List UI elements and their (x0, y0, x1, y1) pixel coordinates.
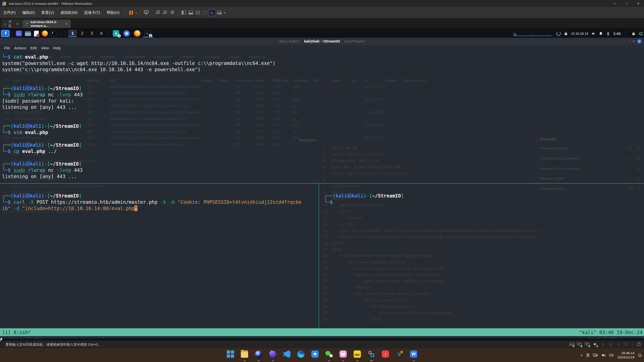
volume-icon[interactable] (591, 31, 596, 36)
tray-hidden-icons-chevron[interactable]: ∧ (581, 353, 583, 357)
tray-ime-indicator[interactable]: 英 (586, 353, 590, 358)
fullscreen-button[interactable] (195, 9, 202, 16)
launcher-terminal[interactable]: >_ (16, 31, 22, 36)
take-snapshot-button[interactable]: + (155, 9, 162, 16)
tab-close-icon[interactable]: ✕ (65, 22, 68, 26)
edge-icon[interactable] (297, 348, 305, 362)
tray-clock[interactable]: 16:46:14 2024/12/19 (617, 351, 634, 359)
unity-button[interactable] (202, 9, 209, 16)
terminal-selector[interactable]: $ (51, 31, 57, 36)
tmux-pane-top[interactable]: └─$ cat eval.phpsystem("powershell.exe -… (0, 51, 644, 183)
term-menu-file[interactable]: File (4, 46, 10, 50)
tray-network-icon[interactable] (593, 353, 598, 357)
workspace-2[interactable]: 2 (78, 30, 86, 37)
windows-start-icon[interactable] (226, 348, 235, 362)
menu-tabs[interactable]: 选项卡(T) (81, 10, 103, 15)
obsidian-icon[interactable] (269, 348, 277, 362)
chat-asterisk-icon[interactable]: ✱ (311, 348, 319, 362)
workspace-4[interactable]: 4 (97, 30, 105, 37)
tmux-vertical-border[interactable] (319, 184, 319, 328)
vm-stats-button[interactable] (216, 9, 223, 16)
menu-vm[interactable]: 虚拟机(M) (57, 10, 81, 15)
hard-disk-icon[interactable] (569, 342, 575, 347)
task-teal-app[interactable]: 2 (113, 30, 119, 37)
message-log-icon[interactable] (636, 342, 641, 347)
minimize-button[interactable]: — (609, 0, 621, 7)
power-icon[interactable] (639, 31, 643, 36)
tray-notifications-icon[interactable] (638, 353, 642, 357)
launcher-file-manager[interactable] (25, 31, 31, 36)
launcher-text-editor[interactable] (34, 31, 39, 36)
stats-dropdown-icon[interactable]: ▾ (224, 11, 225, 14)
manage-snapshots-button[interactable] (169, 9, 176, 16)
task-terminal[interactable]: >_2 (144, 30, 151, 37)
terminal-line: listening on [any] 443 ... (2, 104, 644, 110)
suspend-dropdown-icon[interactable]: ▾ (136, 11, 137, 14)
browser-ring-icon[interactable] (255, 348, 263, 362)
network-adapter-icon[interactable] (577, 342, 582, 347)
usb-device-icon[interactable] (616, 342, 621, 347)
netease-music-icon[interactable]: ♪ (382, 348, 390, 362)
usb-device-icon[interactable] (608, 342, 614, 347)
virtual-console-button[interactable]: >_ (209, 9, 216, 16)
pdf-app-icon[interactable]: PDF (353, 348, 361, 362)
workspace-3[interactable]: 3 (87, 30, 96, 37)
network-adapter-2-icon[interactable] (585, 342, 590, 347)
maximize-button[interactable]: □ (621, 0, 632, 7)
revert-snapshot-button[interactable] (162, 9, 169, 16)
menu-edit[interactable]: 编辑(E) (19, 10, 38, 15)
tab-vm-kali[interactable]: kali-linux-2024.3-vmware-a... ✕ (22, 20, 71, 28)
terminal-line: listening on [any] 443 ... (2, 173, 644, 180)
maximize-button[interactable]: □ (633, 39, 635, 43)
virtual-console-icon: >_ (209, 9, 216, 16)
cpu-graph[interactable] (514, 31, 553, 36)
terminal-titlebar[interactable]: Burp Suite Community Edition - Temporary… (0, 38, 644, 45)
tmux-pane-bottom-right[interactable]: ┌──(kaliⓀkali)-[~/StreamIO]└─$ (322, 184, 644, 328)
menu-view[interactable]: 查看(V) (38, 10, 57, 15)
tmux-horizontal-border[interactable] (0, 183, 644, 184)
suspend-button[interactable] (128, 9, 135, 16)
show-console-button[interactable] (187, 9, 195, 16)
kali-menu-button[interactable] (1, 30, 10, 37)
minimize-button[interactable]: – (629, 39, 630, 43)
usb-device-icon[interactable] (600, 342, 606, 347)
wechat-icon[interactable] (325, 348, 333, 362)
wps-icon[interactable]: W (410, 348, 418, 362)
tab-close-icon[interactable]: ✕ (16, 22, 19, 26)
workspace-1[interactable]: 1 (68, 30, 77, 37)
vpn-ip-address[interactable]: 10.10.16.14 (571, 32, 588, 35)
menu-file[interactable]: 文件(F) (0, 10, 19, 15)
notifications-icon[interactable] (599, 31, 603, 36)
term-menu-view[interactable]: View (41, 46, 49, 50)
term-menu-edit[interactable]: Edit (30, 46, 37, 50)
tray-battery-icon[interactable] (609, 353, 614, 357)
chevron-down-icon[interactable]: ⌄ (60, 32, 62, 35)
menu-help[interactable]: 帮助(H) (103, 10, 123, 15)
file-explorer-icon[interactable] (241, 348, 249, 362)
task-firefox[interactable] (134, 30, 140, 37)
cpu-bar (534, 35, 535, 36)
close-button[interactable]: ✕ (632, 0, 644, 7)
console-panel-icon (189, 11, 193, 14)
cd-rom-icon[interactable] (624, 342, 629, 347)
v-tool-icon[interactable]: V (396, 348, 404, 362)
vmware-icon[interactable] (367, 348, 375, 362)
tab-home[interactable]: ⌂ 主页 ✕ (1, 20, 21, 28)
close-button[interactable]: ✕ (637, 39, 641, 44)
task-chromium[interactable] (123, 30, 130, 37)
lock-screen-icon[interactable] (631, 31, 636, 36)
ctrl-alt-del-button[interactable] (143, 9, 150, 16)
launcher-firefox[interactable] (42, 30, 48, 36)
vpn-lock-icon[interactable] (564, 31, 568, 36)
tmux-pane-bottom-left[interactable]: ┌──(kaliⓀkali)-[~/StreamIO]└─$ curl -X P… (0, 184, 319, 328)
show-library-button[interactable] (180, 9, 187, 16)
panel-clock[interactable]: 3:46 (613, 31, 621, 36)
term-menu-actions[interactable]: Actions (14, 46, 26, 50)
tray-volume-icon[interactable] (601, 353, 606, 357)
cat-app-icon[interactable] (339, 348, 347, 362)
battery-icon[interactable] (606, 31, 610, 36)
tmux-window-list[interactable]: [1] 0:zsh* (2, 330, 31, 335)
term-menu-help[interactable]: Help (53, 46, 61, 50)
sound-device-icon[interactable] (592, 342, 598, 347)
vscode-icon[interactable] (283, 348, 291, 362)
